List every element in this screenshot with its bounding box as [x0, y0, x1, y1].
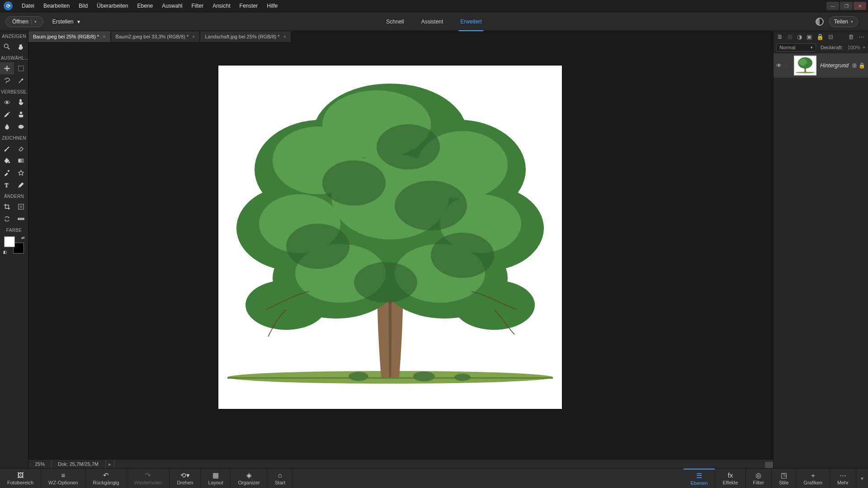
toolbox-heading-enhance: VERBESSE… — [0, 87, 28, 96]
tool-shape[interactable] — [14, 167, 28, 179]
tool-marquee[interactable] — [14, 62, 28, 75]
bb-undo[interactable]: ↶Rückgängig — [86, 469, 127, 488]
tool-paint-bucket[interactable] — [0, 155, 14, 167]
tool-clone-stamp[interactable] — [14, 108, 28, 121]
layer-lock-icon[interactable]: 🔒 — [859, 62, 865, 69]
menu-auswahl[interactable]: Auswahl — [157, 0, 187, 12]
bb-filters[interactable]: ◎Filter — [746, 469, 772, 488]
tool-sponge[interactable] — [14, 121, 28, 133]
horizontal-scrollbar[interactable] — [132, 462, 773, 468]
bb-organizer[interactable]: ◈Organizer — [231, 469, 267, 488]
create-button[interactable]: Erstellen ▾ — [48, 17, 85, 27]
layer-visibility-icon[interactable]: 👁 — [776, 62, 782, 69]
status-more-icon[interactable]: ▸ — [106, 460, 114, 469]
organizer-icon: ◈ — [246, 471, 252, 479]
bb-expand-icon[interactable]: ▾ — [856, 469, 868, 488]
adjustment-layer-icon[interactable]: ◑ — [797, 33, 802, 40]
menu-filter[interactable]: Filter — [187, 0, 208, 12]
bb-layout[interactable]: ▦Layout — [201, 469, 231, 488]
bb-effects[interactable]: fxEffekte — [715, 469, 745, 488]
tool-straighten[interactable] — [14, 213, 28, 225]
menu-bild[interactable]: Bild — [74, 0, 92, 12]
close-tab-icon[interactable]: × — [103, 31, 105, 42]
color-swatches[interactable]: ⇄ ◧ — [4, 236, 24, 253]
share-button[interactable]: Teilen ▾ — [829, 16, 858, 27]
tool-magic-wand[interactable] — [14, 75, 28, 87]
panel-menu-icon[interactable]: ⋯ — [859, 33, 864, 40]
status-zoom[interactable]: 25% — [28, 460, 52, 469]
new-layer-icon[interactable]: 🗎 — [777, 33, 783, 40]
bb-more[interactable]: ⋯Mehr — [830, 469, 856, 488]
menu-bearbeiten[interactable]: Bearbeiten — [39, 0, 74, 12]
file-tab-1[interactable]: Baum2.jpeg bei 33,3% (RGB/8) *× — [111, 31, 200, 42]
file-tab-2[interactable]: Landschaft.jpg bei 25% (RGB/8) *× — [200, 31, 291, 42]
horizontal-scrollbar-thumb[interactable] — [765, 462, 773, 468]
svg-point-43 — [377, 124, 440, 169]
default-colors-icon[interactable]: ◧ — [3, 250, 7, 254]
tool-blur[interactable] — [0, 121, 14, 133]
bb-graphics[interactable]: ＋Grafiken — [796, 469, 830, 488]
bb-rotate[interactable]: ⟲▾Drehen — [170, 469, 201, 488]
window-maximize-button[interactable]: ❐ — [840, 2, 853, 10]
menu-hilfe[interactable]: Hilfe — [262, 0, 282, 12]
mode-tab-advanced[interactable]: Erweitert — [458, 12, 483, 31]
canvas-area[interactable]: 25% Dok: 25,7M/25,7M ▸ — [28, 42, 773, 468]
layer-fx-icon[interactable]: ⊞ — [852, 62, 857, 69]
mask-icon[interactable]: ▣ — [807, 33, 812, 40]
blend-mode-select[interactable]: Normal ▾ — [776, 43, 816, 52]
window-close-button[interactable]: ✕ — [854, 2, 866, 10]
layer-name[interactable]: Hintergrund — [820, 62, 849, 69]
bb-styles[interactable]: ◳Stile — [772, 469, 796, 488]
tool-eyedropper[interactable] — [0, 167, 14, 179]
delete-layer-icon[interactable]: 🗑 — [848, 33, 854, 40]
menu-datei[interactable]: Datei — [17, 0, 39, 12]
layers-icon: ☰ — [696, 472, 702, 480]
tool-spot-heal[interactable] — [14, 96, 28, 108]
bb-layers[interactable]: ☰Ebenen — [684, 469, 716, 488]
menu-ansicht[interactable]: Ansicht — [208, 0, 235, 12]
artboard[interactable] — [218, 66, 562, 409]
home-icon: ⌂ — [278, 471, 282, 479]
bb-fotobereich[interactable]: 🖼Fotobereich — [0, 469, 41, 488]
bb-redo[interactable]: ↷Wiederholen — [127, 469, 170, 488]
opacity-value[interactable]: 100% — [848, 45, 860, 50]
close-tab-icon[interactable]: × — [283, 31, 286, 42]
tool-redeye[interactable] — [0, 96, 14, 108]
foreground-color-swatch[interactable] — [4, 236, 15, 247]
bb-tool-options[interactable]: ≡WZ-Optionen — [41, 469, 85, 488]
lock-layer-icon[interactable]: 🔒 — [816, 33, 824, 40]
open-button[interactable]: Öffnen ▾ — [5, 16, 43, 27]
tool-brush[interactable] — [0, 142, 14, 155]
tool-move[interactable] — [0, 62, 14, 75]
close-tab-icon[interactable]: × — [192, 31, 195, 42]
status-doc-size[interactable]: Dok: 25,7M/25,7M — [52, 460, 106, 469]
tool-zoom[interactable] — [0, 41, 14, 53]
chevron-down-icon: ▾ — [34, 19, 37, 24]
new-group-icon[interactable]: ⊞ — [788, 33, 793, 40]
mode-tab-quick[interactable]: Schnell — [384, 12, 406, 31]
tool-gradient[interactable] — [14, 155, 28, 167]
tool-smart-brush[interactable] — [0, 108, 14, 121]
tool-hand[interactable] — [14, 41, 28, 53]
tool-text[interactable]: T — [0, 179, 14, 191]
mode-tab-assistant[interactable]: Assistent — [420, 12, 445, 31]
tool-pencil[interactable] — [14, 179, 28, 191]
window-minimize-button[interactable]: — — [826, 2, 839, 10]
layer-row[interactable]: 👁 · Hintergrund ⊞ 🔒 — [774, 53, 868, 78]
tool-eraser[interactable] — [14, 142, 28, 155]
tool-content-aware-move[interactable] — [0, 213, 14, 225]
swap-colors-icon[interactable]: ⇄ — [21, 235, 25, 240]
tool-crop[interactable] — [0, 201, 14, 213]
svg-point-44 — [322, 160, 386, 206]
menu-ebene[interactable]: Ebene — [132, 0, 157, 12]
bb-home[interactable]: ⌂Start — [268, 469, 293, 488]
tool-lasso[interactable] — [0, 75, 14, 87]
link-layers-icon[interactable]: ⊟ — [828, 33, 833, 40]
tool-recompose[interactable] — [14, 201, 28, 213]
colorize-toggle-icon[interactable] — [816, 18, 824, 26]
chevron-down-icon[interactable]: ▾ — [863, 45, 865, 50]
layer-thumbnail[interactable] — [794, 56, 816, 75]
menu-ueberarbeiten[interactable]: Überarbeiten — [92, 0, 132, 12]
file-tab-0[interactable]: Baum.jpeg bei 25% (RGB/8) *× — [28, 31, 110, 42]
menu-fenster[interactable]: Fenster — [235, 0, 263, 12]
